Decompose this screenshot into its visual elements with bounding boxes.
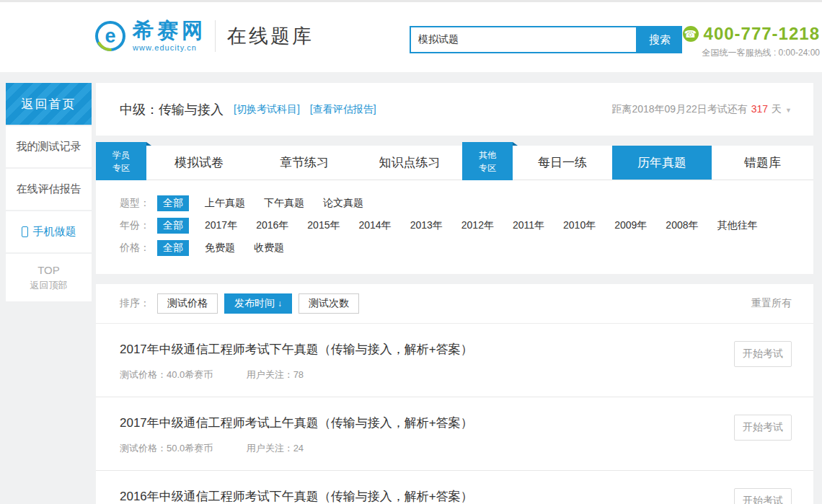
site-header: e 希赛网 www.educity.cn 在线题库 搜索 ☎ 400-777-1… xyxy=(0,2,822,72)
sort-bar: 排序： 测试价格 发布时间 ↓ 测试次数 重置所有 xyxy=(96,284,813,324)
filter-option[interactable]: 其他往年 xyxy=(717,219,758,232)
exam-price: 测试价格：40.0希赛币 xyxy=(120,368,244,381)
exam-subject-title: 中级：传输与接入 xyxy=(120,101,224,118)
sort-label: 排序： xyxy=(120,297,150,310)
brand-name: 希赛网 xyxy=(133,20,206,41)
caret-down-icon[interactable]: ▼ xyxy=(785,107,792,114)
exam-item: 2016年中级通信工程师考试下午真题（传输与接入，解析+答案） 测试价格：50.… xyxy=(96,470,813,504)
start-exam-button[interactable]: 开始考试 xyxy=(734,341,792,367)
exam-list-card: 排序： 测试价格 发布时间 ↓ 测试次数 重置所有 2017年中级通信工程师考试… xyxy=(96,284,813,504)
arrow-down-icon: ↓ xyxy=(278,299,282,309)
tab-daily-practice[interactable]: 每日一练 xyxy=(513,146,612,180)
exam-meta: 测试价格：40.0希赛币 用户关注：78 xyxy=(120,368,734,381)
site-logo[interactable]: e 希赛网 www.educity.cn 在线题库 xyxy=(94,19,314,53)
filter-label: 题型： xyxy=(120,197,157,210)
e-logo-icon: e xyxy=(94,19,127,53)
filter-all-chip[interactable]: 全部 xyxy=(157,218,189,234)
filter-option[interactable]: 2013年 xyxy=(410,219,443,232)
filter-option[interactable]: 论文真题 xyxy=(323,197,363,210)
filter-option[interactable]: 收费题 xyxy=(254,242,284,255)
exam-price: 测试价格：50.0希赛币 xyxy=(120,442,244,455)
filter-label: 年份： xyxy=(120,219,157,232)
tabs-filters-card: 学员 专区 模拟试卷 章节练习 知识点练习 其他 专区 每日一练 历年真题 错题… xyxy=(96,146,813,274)
exam-meta: 测试价格：50.0希赛币 用户关注：24 xyxy=(120,442,734,455)
hotline-block: ☎ 400-777-1218 全国统一客服热线 : 0:00-24:00 xyxy=(683,24,820,59)
svg-text:e: e xyxy=(105,25,115,47)
exam-title-link[interactable]: 2016年中级通信工程师考试下午真题（传输与接入，解析+答案） xyxy=(120,488,734,504)
countdown-prefix: 距离2018年09月22日考试还有 xyxy=(611,103,747,115)
phone-icon: ☎ xyxy=(683,26,699,42)
page-body: 返回首页 我的测试记录 在线评估报告 手机做题 TOP 返回顶部 中级：传输与接… xyxy=(0,72,822,504)
tab-knowledge-practice[interactable]: 知识点练习 xyxy=(357,146,462,180)
view-report-link[interactable]: [查看评估报告] xyxy=(310,103,376,116)
search-input[interactable] xyxy=(410,26,637,53)
sort-price-button[interactable]: 测试价格 xyxy=(157,293,218,314)
filter-row-year: 年份： 全部 2017年 2016年 2015年 2014年 2013年 201… xyxy=(120,214,790,236)
hotline-number: 400-777-1218 xyxy=(704,24,820,44)
filter-option[interactable]: 2011年 xyxy=(513,219,544,232)
exam-item: 2017年中级通信工程师考试上午真题（传输与接入，解析+答案） 测试价格：50.… xyxy=(96,397,813,470)
filter-option[interactable]: 2014年 xyxy=(358,219,391,232)
reset-all-link[interactable]: 重置所有 xyxy=(751,297,792,310)
sidebar-item-home[interactable]: 返回首页 xyxy=(6,83,92,125)
filter-label: 价格： xyxy=(120,242,157,255)
filter-option[interactable]: 2017年 xyxy=(205,219,237,232)
countdown-suffix: 天 xyxy=(772,103,782,115)
badge-other-zone: 其他 专区 xyxy=(462,142,513,180)
search-button[interactable]: 搜索 xyxy=(637,26,682,53)
mobile-phone-icon xyxy=(22,226,28,237)
filter-option[interactable]: 2010年 xyxy=(563,219,596,232)
filter-option[interactable]: 上午真题 xyxy=(205,197,245,210)
search-bar: 搜索 xyxy=(410,26,682,53)
filter-option[interactable]: 2015年 xyxy=(307,219,340,232)
hotline-desc: 全国统一客服热线 : 0:00-24:00 xyxy=(683,47,820,59)
filter-all-chip[interactable]: 全部 xyxy=(157,240,189,256)
brand-url: www.educity.cn xyxy=(133,43,206,52)
tab-past-papers[interactable]: 历年真题 xyxy=(612,146,712,180)
exam-item-info: 2017年中级通信工程师考试下午真题（传输与接入，解析+答案） 测试价格：40.… xyxy=(120,341,734,381)
exam-item: 2017年中级通信工程师考试下午真题（传输与接入，解析+答案） 测试价格：40.… xyxy=(96,324,813,397)
tab-bar: 学员 专区 模拟试卷 章节练习 知识点练习 其他 专区 每日一练 历年真题 错题… xyxy=(96,146,813,180)
sidebar-item-mobile-practice[interactable]: 手机做题 xyxy=(6,211,92,252)
sidebar-item-label: 手机做题 xyxy=(33,225,76,239)
filter-option[interactable]: 免费题 xyxy=(205,242,235,255)
filter-option[interactable]: 2012年 xyxy=(461,219,494,232)
brand-block: 希赛网 www.educity.cn xyxy=(133,20,206,52)
filter-all-chip[interactable]: 全部 xyxy=(157,195,189,211)
sidebar: 返回首页 我的测试记录 在线评估报告 手机做题 TOP 返回顶部 xyxy=(6,83,92,504)
page-title: 在线题库 xyxy=(227,23,314,49)
sidebar-item-back-to-top[interactable]: TOP 返回顶部 xyxy=(6,254,92,301)
filter-row-price: 价格： 全部 免费题 收费题 xyxy=(120,236,790,259)
start-exam-button[interactable]: 开始考试 xyxy=(734,488,792,504)
filter-row-question-type: 题型： 全部 上午真题 下午真题 论文真题 xyxy=(120,192,790,214)
sidebar-item-test-records[interactable]: 我的测试记录 xyxy=(6,126,92,167)
exam-header-card: 中级：传输与接入 [切换考试科目] [查看评估报告] 距离2018年09月22日… xyxy=(96,83,813,136)
exam-title-link[interactable]: 2017年中级通信工程师考试上午真题（传输与接入，解析+答案） xyxy=(120,415,734,431)
filter-option[interactable]: 下午真题 xyxy=(264,197,304,210)
main-content: 中级：传输与接入 [切换考试科目] [查看评估报告] 距离2018年09月22日… xyxy=(96,83,813,504)
exam-item-info: 2016年中级通信工程师考试下午真题（传输与接入，解析+答案） 测试价格：50.… xyxy=(120,488,734,504)
filter-option[interactable]: 2008年 xyxy=(666,219,698,232)
sidebar-item-evaluation-report[interactable]: 在线评估报告 xyxy=(6,169,92,210)
switch-subject-link[interactable]: [切换考试科目] xyxy=(234,103,300,116)
badge-student-zone: 学员 专区 xyxy=(96,142,146,180)
tab-wrong-questions[interactable]: 错题库 xyxy=(712,146,813,180)
sort-count-button[interactable]: 测试次数 xyxy=(299,293,359,314)
exam-item-info: 2017年中级通信工程师考试上午真题（传输与接入，解析+答案） 测试价格：50.… xyxy=(120,415,734,455)
filter-option[interactable]: 2016年 xyxy=(256,219,288,232)
exam-follow: 用户关注：24 xyxy=(247,443,304,454)
exam-title-link[interactable]: 2017年中级通信工程师考试下午真题（传输与接入，解析+答案） xyxy=(120,341,734,358)
filter-panel: 题型： 全部 上午真题 下午真题 论文真题 年份： 全部 2017年 2016年… xyxy=(96,180,813,274)
back-to-top-label: TOP xyxy=(37,264,60,276)
back-to-top-sublabel: 返回顶部 xyxy=(30,279,68,292)
start-exam-button[interactable]: 开始考试 xyxy=(734,415,792,441)
sort-time-button[interactable]: 发布时间 ↓ xyxy=(224,293,292,314)
tab-chapter-practice[interactable]: 章节练习 xyxy=(252,146,357,180)
filter-option[interactable]: 2009年 xyxy=(614,219,647,232)
exam-follow: 用户关注：78 xyxy=(247,369,304,380)
header-divider xyxy=(215,20,216,52)
tab-mock-papers[interactable]: 模拟试卷 xyxy=(146,146,252,180)
exam-countdown: 距离2018年09月22日考试还有317天▼ xyxy=(611,103,792,116)
countdown-days: 317 xyxy=(751,103,768,115)
